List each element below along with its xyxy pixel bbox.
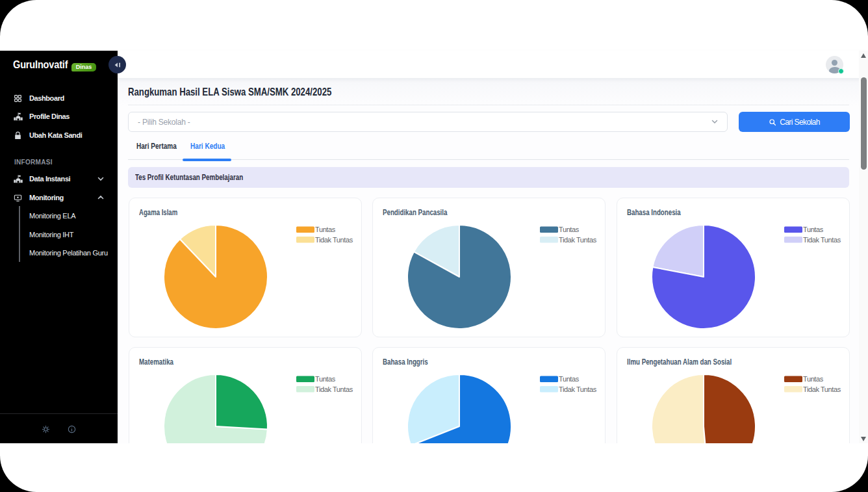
- svg-text:Tuntas: Tuntas: [559, 226, 580, 233]
- svg-text:Tidak Tuntas: Tidak Tuntas: [315, 236, 353, 244]
- svg-text:Tuntas: Tuntas: [803, 375, 824, 383]
- svg-text:Tuntas: Tuntas: [315, 375, 336, 383]
- svg-text:Tuntas: Tuntas: [559, 375, 580, 383]
- svg-text:Tidak Tuntas: Tidak Tuntas: [559, 236, 597, 244]
- svg-text:Tidak Tuntas: Tidak Tuntas: [803, 385, 841, 393]
- svg-text:Tuntas: Tuntas: [315, 226, 336, 233]
- svg-text:Tidak Tuntas: Tidak Tuntas: [315, 385, 353, 393]
- svg-text:Tuntas: Tuntas: [803, 226, 824, 233]
- svg-text:Tidak Tuntas: Tidak Tuntas: [803, 236, 841, 244]
- svg-text:Tidak Tuntas: Tidak Tuntas: [559, 385, 597, 393]
